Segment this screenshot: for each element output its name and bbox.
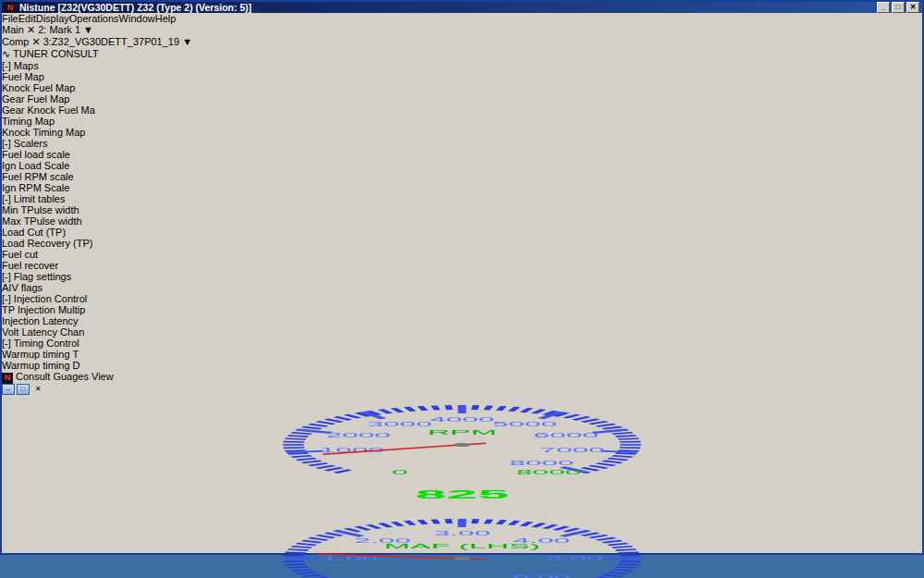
maximize-button[interactable]: □ bbox=[892, 2, 905, 13]
toolbar: Main ✕ 2: Mark 1 ▼ Comp ✕ 3:Z32_VG30DETT… bbox=[2, 24, 922, 60]
gauge-rpm: 10002000300040005000600070008000RPM08000… bbox=[2, 395, 922, 509]
gauge-maf-lhs: 1.002.003.004.005.006.00MAF (LHS)0.006.0… bbox=[2, 509, 922, 578]
svg-text:2000: 2000 bbox=[325, 431, 390, 438]
sidebar-item-volt-latency-chan[interactable]: Volt Latency Chan bbox=[2, 326, 922, 338]
sidebar-item-tp-injection-multip[interactable]: TP Injection Multip bbox=[2, 304, 922, 315]
sidebar-item-aiv-flags[interactable]: AIV flags bbox=[2, 282, 922, 293]
sidebar-section-injection-control[interactable]: [-] Injection Control bbox=[2, 293, 922, 304]
sidebar-section-maps[interactable]: [-] Maps bbox=[2, 60, 922, 71]
sidebar-item-fuel-map[interactable]: Fuel Map bbox=[2, 71, 922, 82]
svg-text:RPM: RPM bbox=[427, 428, 496, 436]
sidebar-item-warmup-timing-t[interactable]: Warmup timing T bbox=[2, 349, 922, 360]
sidebar-item-load-recovery-tp[interactable]: Load Recovery (TP) bbox=[2, 238, 922, 249]
tuner-button[interactable]: TUNER bbox=[13, 48, 48, 59]
svg-text:4000: 4000 bbox=[430, 416, 494, 424]
mdi-workspace: [-] MapsFuel MapKnock Fuel MapGear Fuel … bbox=[2, 60, 922, 578]
window-title: Nistune [Z32(VG30DETT) Z32 (Type 2) (Ver… bbox=[19, 2, 873, 13]
sidebar-section-flag-settings[interactable]: [-] Flag settings bbox=[2, 271, 922, 282]
minimize-button[interactable]: – bbox=[2, 384, 15, 395]
svg-text:6000: 6000 bbox=[533, 431, 598, 438]
menu-display[interactable]: Display bbox=[36, 13, 69, 24]
sidebar-item-gear-knock-fuel-ma[interactable]: Gear Knock Fuel Ma bbox=[2, 105, 922, 116]
chevron-down-icon[interactable]: ▼ bbox=[182, 36, 192, 47]
menu-bar: FileEditDisplayOperationsWindowHelp bbox=[2, 13, 922, 24]
sidebar-item-min-tpulse-width[interactable]: Min TPulse width bbox=[2, 204, 922, 215]
svg-text:3.00: 3.00 bbox=[433, 530, 490, 537]
svg-text:5.00: 5.00 bbox=[546, 555, 602, 562]
sidebar-item-ign-load-scale[interactable]: Ign Load Scale bbox=[2, 160, 922, 171]
sidebar-section-timing-control[interactable]: [-] Timing Control bbox=[2, 338, 922, 349]
comp-map-dropdown[interactable]: 3:Z32_VG30DETT_37P01_19 ▼ bbox=[43, 36, 192, 47]
minimize-button[interactable]: _ bbox=[877, 2, 890, 13]
svg-text:7000: 7000 bbox=[540, 446, 604, 453]
sidebar-item-warmup-timing-d[interactable]: Warmup timing D bbox=[2, 360, 922, 371]
sidebar-item-injection-latency[interactable]: Injection Latency bbox=[2, 315, 922, 326]
comp-map-label: Comp bbox=[2, 36, 29, 47]
consult-gauges-window: N Consult Guages View – □ ✕ 100020003000… bbox=[2, 371, 922, 578]
menu-operations[interactable]: Operations bbox=[69, 13, 119, 24]
sidebar-item-ign-rpm-scale[interactable]: Ign RPM Scale bbox=[2, 182, 922, 193]
menu-edit[interactable]: Edit bbox=[18, 13, 36, 24]
sidebar-item-max-tpulse-width[interactable]: Max TPulse width bbox=[2, 215, 922, 227]
sidebar-item-fuel-load-scale[interactable]: Fuel load scale bbox=[2, 149, 922, 160]
svg-text:8000: 8000 bbox=[509, 459, 574, 466]
sidebar-item-knock-timing-map[interactable]: Knock Timing Map bbox=[2, 127, 922, 138]
close-button[interactable]: ✕ bbox=[906, 2, 919, 13]
sidebar-item-timing-map[interactable]: Timing Map bbox=[2, 116, 922, 127]
sidebar-item-fuel-recover[interactable]: Fuel recover bbox=[2, 260, 922, 271]
sidebar-item-load-cut-tp[interactable]: Load Cut (TP) bbox=[2, 227, 922, 238]
dyno-graph-icon[interactable]: ∿ bbox=[2, 48, 10, 59]
sidebar-item-fuel-rpm-scale[interactable]: Fuel RPM scale bbox=[2, 171, 922, 182]
chevron-down-icon[interactable]: ▼ bbox=[83, 24, 93, 35]
main-map-value: 2: Mark 1 bbox=[38, 24, 80, 35]
nistune-icon: N bbox=[2, 373, 13, 384]
sidebar-section-scalers[interactable]: [-] Scalers bbox=[2, 138, 922, 149]
nistune-main-window: N Nistune [Z32(VG30DETT) Z32 (Type 2) (V… bbox=[0, 0, 924, 555]
sidebar-item-knock-fuel-map[interactable]: Knock Fuel Map bbox=[2, 82, 922, 93]
gauge-grid: 10002000300040005000600070008000RPM08000… bbox=[2, 395, 922, 578]
menu-help[interactable]: Help bbox=[155, 13, 176, 24]
comp-map-value: 3:Z32_VG30DETT_37P01_19 bbox=[43, 36, 179, 47]
sidebar-section-limit-tables[interactable]: [-] Limit tables bbox=[2, 193, 922, 204]
maximize-button[interactable]: □ bbox=[17, 384, 30, 395]
gauges-window-title: Consult Guages View bbox=[16, 371, 114, 382]
svg-text:3000: 3000 bbox=[367, 420, 432, 427]
gauges-title-bar[interactable]: N Consult Guages View – □ ✕ bbox=[2, 371, 922, 395]
main-map-dropdown[interactable]: 2: Mark 1 ▼ bbox=[38, 24, 93, 35]
svg-text:MAF (LHS): MAF (LHS) bbox=[384, 542, 541, 549]
map-tree-sidebar: [-] MapsFuel MapKnock Fuel MapGear Fuel … bbox=[2, 60, 922, 371]
close-comp-map-button[interactable]: ✕ bbox=[31, 36, 40, 47]
menu-window[interactable]: Window bbox=[119, 13, 155, 24]
close-main-map-button[interactable]: ✕ bbox=[27, 24, 35, 35]
consult-button[interactable]: CONSULT bbox=[51, 48, 99, 59]
app-icon: N bbox=[5, 2, 16, 13]
main-title-bar[interactable]: N Nistune [Z32(VG30DETT) Z32 (Type 2) (V… bbox=[2, 2, 922, 13]
close-button[interactable]: ✕ bbox=[31, 384, 44, 395]
sidebar-item-gear-fuel-map[interactable]: Gear Fuel Map bbox=[2, 93, 922, 105]
svg-text:0: 0 bbox=[392, 468, 408, 475]
sidebar-item-fuel-cut[interactable]: Fuel cut bbox=[2, 249, 922, 260]
svg-text:8000: 8000 bbox=[517, 468, 581, 475]
menu-file[interactable]: File bbox=[2, 13, 18, 24]
svg-text:825: 825 bbox=[415, 486, 508, 500]
main-map-label: Main bbox=[2, 24, 24, 35]
svg-text:6.00: 6.00 bbox=[513, 572, 569, 578]
svg-text:5000: 5000 bbox=[492, 420, 557, 427]
